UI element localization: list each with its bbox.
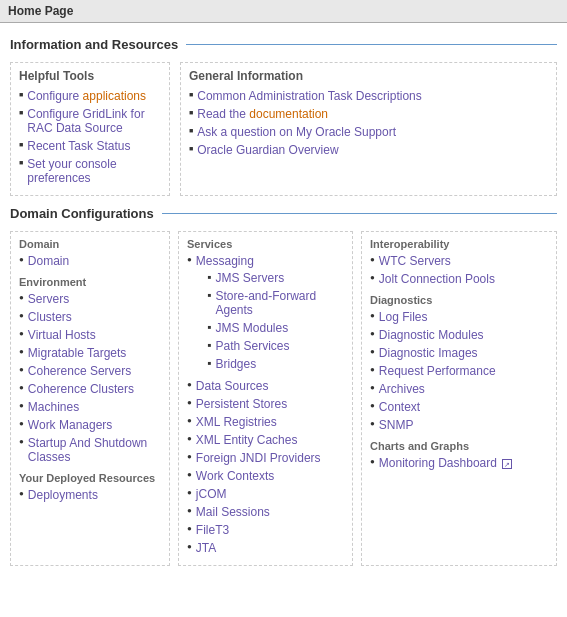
general-info-list: Common Administration Task Descriptions … <box>189 89 548 157</box>
list-item: Oracle Guardian Overview <box>189 143 548 157</box>
list-item: WTC Servers <box>370 254 548 268</box>
coherence-clusters-link[interactable]: Coherence Clusters <box>28 382 134 396</box>
list-item: Clusters <box>19 310 161 324</box>
startup-shutdown-link[interactable]: Startup And Shutdown Classes <box>28 436 161 464</box>
configure-apps-link[interactable]: Configure applications <box>27 89 146 103</box>
info-resources-divider <box>186 44 557 45</box>
list-item: Diagnostic Modules <box>370 328 548 342</box>
diagnostic-images-link[interactable]: Diagnostic Images <box>379 346 478 360</box>
list-item: JMS Servers <box>208 271 344 285</box>
jcom-link[interactable]: jCOM <box>196 487 227 501</box>
list-item: JTA <box>187 541 344 555</box>
info-resources-header: Information and Resources <box>10 37 557 52</box>
list-item: Archives <box>370 382 548 396</box>
log-files-link[interactable]: Log Files <box>379 310 428 324</box>
machines-link[interactable]: Machines <box>28 400 79 414</box>
jms-servers-link[interactable]: JMS Servers <box>215 271 284 285</box>
list-item: Diagnostic Images <box>370 346 548 360</box>
domain-configs-divider <box>162 213 557 214</box>
domain-configs-columns: Domain Domain Environment Servers Cluste… <box>10 231 557 566</box>
services-list: Messaging JMS Servers Store-and-Forward … <box>187 254 344 555</box>
general-info-panel: General Information Common Administratio… <box>180 62 557 196</box>
archives-link[interactable]: Archives <box>379 382 425 396</box>
list-item: Recent Task Status <box>19 139 161 153</box>
filet3-link[interactable]: FileT3 <box>196 523 229 537</box>
domain-environment-panel: Domain Domain Environment Servers Cluste… <box>10 231 170 566</box>
servers-link[interactable]: Servers <box>28 292 69 306</box>
configure-gridlink-link[interactable]: Configure GridLink for RAC Data Source <box>27 107 161 135</box>
page-content: Information and Resources Helpful Tools … <box>0 23 567 574</box>
snmp-link[interactable]: SNMP <box>379 418 414 432</box>
charts-list: Monitoring Dashboard ↗ <box>370 456 548 470</box>
domain-configs-title: Domain Configurations <box>10 206 154 221</box>
path-services-link[interactable]: Path Services <box>215 339 289 353</box>
list-item: Log Files <box>370 310 548 324</box>
deployments-link[interactable]: Deployments <box>28 488 98 502</box>
list-item: Deployments <box>19 488 161 502</box>
oracle-support-link[interactable]: Ask a question on My Oracle Support <box>197 125 396 139</box>
virtual-hosts-link[interactable]: Virtual Hosts <box>28 328 96 342</box>
context-link[interactable]: Context <box>379 400 420 414</box>
jms-modules-link[interactable]: JMS Modules <box>215 321 288 335</box>
recent-task-status-link[interactable]: Recent Task Status <box>27 139 130 153</box>
migratable-targets-link[interactable]: Migratable Targets <box>28 346 127 360</box>
interoperability-list: WTC Servers Jolt Connection Pools <box>370 254 548 286</box>
list-item: FileT3 <box>187 523 344 537</box>
bridges-link[interactable]: Bridges <box>215 357 256 371</box>
work-managers-link[interactable]: Work Managers <box>28 418 112 432</box>
messaging-sublist: JMS Servers Store-and-Forward Agents JMS… <box>196 271 344 371</box>
list-item: Store-and-Forward Agents <box>208 289 344 317</box>
list-item: XML Entity Caches <box>187 433 344 447</box>
request-performance-link[interactable]: Request Performance <box>379 364 496 378</box>
oracle-guardian-link[interactable]: Oracle Guardian Overview <box>197 143 338 157</box>
charts-graphs-title: Charts and Graphs <box>370 440 548 452</box>
interop-diagnostics-panel: Interoperability WTC Servers Jolt Connec… <box>361 231 557 566</box>
domain-configs-header: Domain Configurations <box>10 206 557 221</box>
foreign-jndi-link[interactable]: Foreign JNDI Providers <box>196 451 321 465</box>
messaging-link[interactable]: Messaging <box>196 254 254 268</box>
helpful-tools-list: Configure applications Configure GridLin… <box>19 89 161 185</box>
data-sources-link[interactable]: Data Sources <box>196 379 269 393</box>
jolt-pools-link[interactable]: Jolt Connection Pools <box>379 272 495 286</box>
deployed-resources-title: Your Deployed Resources <box>19 472 161 484</box>
general-info-title: General Information <box>189 69 548 83</box>
store-forward-link[interactable]: Store-and-Forward Agents <box>215 289 344 317</box>
xml-entity-caches-link[interactable]: XML Entity Caches <box>196 433 298 447</box>
list-item: JMS Modules <box>208 321 344 335</box>
list-item: Servers <box>19 292 161 306</box>
admin-task-desc-link[interactable]: Common Administration Task Descriptions <box>197 89 422 103</box>
wtc-servers-link[interactable]: WTC Servers <box>379 254 451 268</box>
clusters-link[interactable]: Clusters <box>28 310 72 324</box>
external-link-icon: ↗ <box>502 459 512 469</box>
diagnostics-title: Diagnostics <box>370 294 548 306</box>
list-item: XML Registries <box>187 415 344 429</box>
mail-sessions-link[interactable]: Mail Sessions <box>196 505 270 519</box>
domain-section-title: Domain <box>19 238 161 250</box>
jta-link[interactable]: JTA <box>196 541 216 555</box>
domain-list: Domain <box>19 254 161 268</box>
read-docs-link[interactable]: Read the documentation <box>197 107 328 121</box>
domain-link[interactable]: Domain <box>28 254 69 268</box>
work-contexts-link[interactable]: Work Contexts <box>196 469 274 483</box>
coherence-servers-link[interactable]: Coherence Servers <box>28 364 131 378</box>
diagnostic-modules-link[interactable]: Diagnostic Modules <box>379 328 484 342</box>
list-item: Messaging JMS Servers Store-and-Forward … <box>187 254 344 375</box>
list-item: Foreign JNDI Providers <box>187 451 344 465</box>
persistent-stores-link[interactable]: Persistent Stores <box>196 397 287 411</box>
monitoring-dashboard-link[interactable]: Monitoring Dashboard ↗ <box>379 456 512 470</box>
list-item: Virtual Hosts <box>19 328 161 342</box>
list-item: Configure applications <box>19 89 161 103</box>
info-resources-title: Information and Resources <box>10 37 178 52</box>
services-section-title: Services <box>187 238 344 250</box>
services-panel: Services Messaging JMS Servers Store-and… <box>178 231 353 566</box>
list-item: Domain <box>19 254 161 268</box>
set-console-prefs-link[interactable]: Set your console preferences <box>27 157 161 185</box>
list-item: Work Contexts <box>187 469 344 483</box>
xml-registries-link[interactable]: XML Registries <box>196 415 277 429</box>
list-item: Monitoring Dashboard ↗ <box>370 456 548 470</box>
window-title: Home Page <box>0 0 567 23</box>
environment-list: Servers Clusters Virtual Hosts Migratabl… <box>19 292 161 464</box>
list-item: Mail Sessions <box>187 505 344 519</box>
list-item: Coherence Servers <box>19 364 161 378</box>
list-item: jCOM <box>187 487 344 501</box>
